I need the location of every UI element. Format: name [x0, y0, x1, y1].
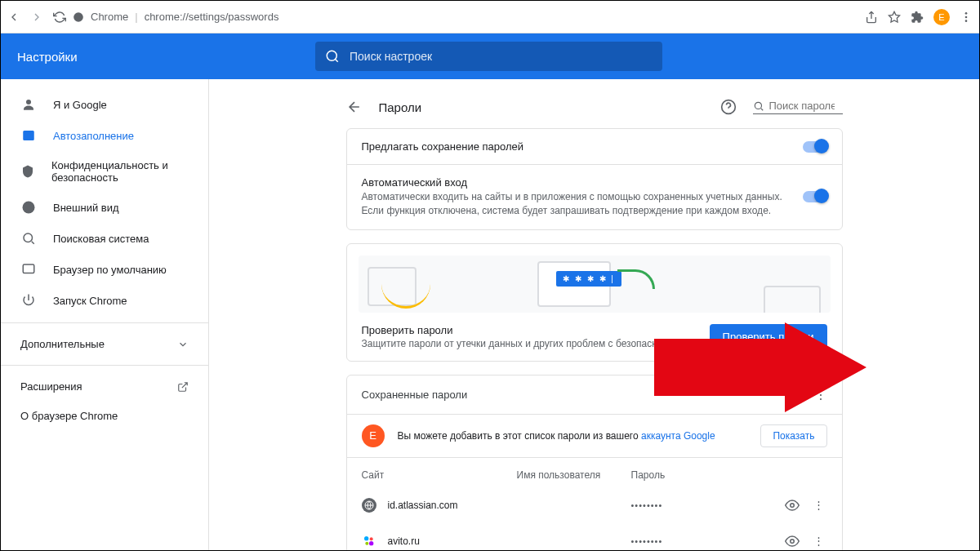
svg-point-7: [23, 202, 35, 214]
sidebar-about[interactable]: О браузере Chrome: [1, 401, 208, 430]
chevron-down-icon: [177, 339, 189, 350]
svg-rect-6: [23, 131, 34, 140]
sidebar-label: Автозаполнение: [53, 130, 134, 142]
sidebar-item-privacy[interactable]: Конфиденциальность и безопасность: [1, 151, 208, 192]
settings-search[interactable]: [315, 42, 662, 71]
divider: [1, 322, 208, 323]
divider: [1, 365, 208, 366]
google-account-link[interactable]: аккаунта Google: [641, 430, 715, 442]
menu-icon[interactable]: [960, 11, 973, 24]
settings-card: Предлагать сохранение паролей Автоматиче…: [346, 128, 843, 230]
saved-title: Сохраненные пароли: [362, 389, 468, 401]
help-icon[interactable]: [720, 99, 737, 115]
sidebar-label: Поисковая система: [53, 233, 149, 245]
sidebar-item-appearance[interactable]: Внешний вид: [1, 192, 208, 223]
forward-button[interactable]: [30, 11, 43, 24]
browser-icon: [20, 262, 37, 277]
sidebar-label: Конфиденциальность и безопасность: [51, 159, 189, 184]
auto-signin-toggle[interactable]: [803, 191, 827, 202]
import-suggestion-row: E Вы можете добавить в этот список парол…: [347, 414, 842, 457]
svg-rect-9: [23, 264, 34, 273]
svg-point-4: [327, 51, 336, 60]
palette-icon: [20, 200, 37, 215]
back-arrow-icon[interactable]: [346, 99, 363, 115]
star-icon[interactable]: [888, 11, 901, 24]
svg-point-11: [755, 102, 761, 109]
svg-point-2: [965, 16, 968, 18]
settings-search-input[interactable]: [350, 50, 653, 63]
address-bar[interactable]: Chrome | chrome://settings/passwords: [73, 11, 858, 23]
settings-title: Настройки: [1, 50, 315, 64]
svg-point-0: [74, 12, 83, 22]
autofill-icon: [20, 128, 37, 143]
password-search-input[interactable]: [769, 100, 835, 112]
reveal-password-button[interactable]: [785, 534, 811, 549]
sidebar-item-default-browser[interactable]: Браузер по умолчанию: [1, 254, 208, 285]
site-name: id.atlassian.com: [388, 500, 517, 511]
sidebar-extensions[interactable]: Расширения: [1, 372, 208, 401]
share-icon[interactable]: [865, 11, 878, 24]
svg-point-15: [369, 537, 372, 540]
sidebar-advanced[interactable]: Дополнительные: [1, 330, 208, 358]
sidebar-item-autofill[interactable]: Автозаполнение: [1, 120, 208, 151]
password-search[interactable]: [753, 100, 843, 114]
password-row[interactable]: id.atlassian.com••••••••⋮: [347, 487, 842, 523]
auto-signin-row[interactable]: Автоматический вход Автоматически входит…: [347, 164, 842, 229]
power-icon: [20, 293, 37, 308]
show-button[interactable]: Показать: [760, 424, 826, 447]
main-content: Пароли Предлагать сохранение паролей Авт…: [208, 79, 979, 550]
settings-header: Настройки: [1, 33, 979, 79]
sidebar-label: Браузер по умолчанию: [53, 264, 167, 276]
svg-point-18: [790, 539, 794, 543]
svg-point-5: [26, 100, 31, 104]
search-icon: [20, 231, 37, 246]
search-icon: [753, 100, 764, 112]
offer-save-row[interactable]: Предлагать сохранение паролей: [347, 129, 842, 164]
saved-more-button[interactable]: ⋮: [814, 387, 827, 402]
browser-toolbar: Chrome | chrome://settings/passwords E: [1, 1, 979, 33]
svg-point-8: [24, 233, 33, 242]
site-name: avito.ru: [388, 535, 517, 547]
sidebar-item-search[interactable]: Поисковая система: [1, 223, 208, 254]
sidebar: Я и Google Автозаполнение Конфиденциальн…: [1, 79, 208, 550]
masked-password: ••••••••: [631, 500, 785, 510]
check-passwords-button[interactable]: Проверить пароли: [710, 324, 827, 349]
password-row[interactable]: avito.ru••••••••⋮: [347, 523, 842, 550]
row-more-button[interactable]: ⋮: [811, 499, 827, 511]
external-link-icon: [177, 381, 189, 393]
sidebar-item-startup[interactable]: Запуск Chrome: [1, 285, 208, 316]
shield-icon: [20, 164, 35, 179]
extensions-icon[interactable]: [911, 11, 924, 24]
check-passwords-card: ✱ ✱ ✱ ✱ | Проверить пароли Защитите паро…: [346, 243, 843, 362]
reload-button[interactable]: [53, 11, 66, 24]
url-path: chrome://settings/passwords: [145, 11, 279, 23]
account-avatar: E: [362, 424, 385, 447]
masked-password: ••••••••: [631, 536, 785, 546]
row-more-button[interactable]: ⋮: [811, 535, 827, 547]
svg-point-16: [365, 541, 368, 544]
svg-point-1: [965, 12, 968, 15]
svg-point-13: [790, 503, 794, 507]
table-header: Сайт Имя пользователя Пароль: [347, 457, 842, 487]
url-scheme-label: Chrome: [91, 11, 128, 23]
chrome-icon: [73, 11, 84, 23]
svg-point-3: [965, 20, 968, 22]
reveal-password-button[interactable]: [785, 498, 811, 513]
svg-point-14: [364, 536, 368, 540]
check-title: Проверить пароли: [362, 324, 685, 336]
sidebar-item-you-and-google[interactable]: Я и Google: [1, 89, 208, 120]
check-desc: Защитите пароли от утечки данных и други…: [362, 338, 685, 349]
search-icon: [325, 49, 340, 64]
page-header: Пароли: [346, 92, 843, 128]
back-button[interactable]: [7, 11, 20, 24]
offer-save-toggle[interactable]: [803, 141, 827, 153]
person-icon: [20, 97, 37, 112]
sidebar-label: Внешний вид: [53, 202, 119, 214]
saved-passwords-card: Сохраненные пароли ⋮ E Вы можете добавит…: [346, 375, 843, 550]
svg-point-17: [369, 541, 373, 545]
profile-avatar[interactable]: E: [933, 9, 950, 25]
page-title: Пароли: [379, 100, 422, 114]
sidebar-label: Запуск Chrome: [53, 295, 127, 307]
illustration: ✱ ✱ ✱ ✱ |: [359, 256, 831, 313]
sidebar-label: Я и Google: [53, 99, 107, 111]
